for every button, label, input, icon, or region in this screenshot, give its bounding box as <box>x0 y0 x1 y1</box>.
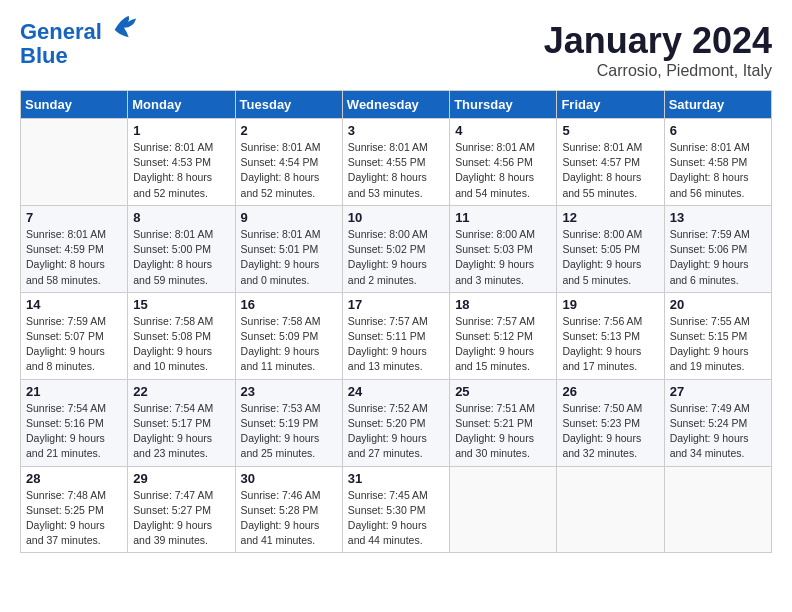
logo-line2: Blue <box>20 43 68 68</box>
day-info: Sunrise: 7:58 AM Sunset: 5:09 PM Dayligh… <box>241 314 337 375</box>
day-info: Sunrise: 7:56 AM Sunset: 5:13 PM Dayligh… <box>562 314 658 375</box>
day-info: Sunrise: 7:58 AM Sunset: 5:08 PM Dayligh… <box>133 314 229 375</box>
day-number: 16 <box>241 297 337 312</box>
day-header-wednesday: Wednesday <box>342 91 449 119</box>
day-header-friday: Friday <box>557 91 664 119</box>
day-info: Sunrise: 7:55 AM Sunset: 5:15 PM Dayligh… <box>670 314 766 375</box>
day-cell: 4Sunrise: 8:01 AM Sunset: 4:56 PM Daylig… <box>450 119 557 206</box>
day-cell: 14Sunrise: 7:59 AM Sunset: 5:07 PM Dayli… <box>21 292 128 379</box>
day-cell: 25Sunrise: 7:51 AM Sunset: 5:21 PM Dayli… <box>450 379 557 466</box>
day-info: Sunrise: 7:45 AM Sunset: 5:30 PM Dayligh… <box>348 488 444 549</box>
month-title: January 2024 <box>544 20 772 62</box>
day-info: Sunrise: 8:01 AM Sunset: 4:54 PM Dayligh… <box>241 140 337 201</box>
day-info: Sunrise: 8:00 AM Sunset: 5:02 PM Dayligh… <box>348 227 444 288</box>
day-info: Sunrise: 7:46 AM Sunset: 5:28 PM Dayligh… <box>241 488 337 549</box>
week-row-4: 21Sunrise: 7:54 AM Sunset: 5:16 PM Dayli… <box>21 379 772 466</box>
day-number: 6 <box>670 123 766 138</box>
logo-line1: General <box>20 19 102 44</box>
day-cell: 24Sunrise: 7:52 AM Sunset: 5:20 PM Dayli… <box>342 379 449 466</box>
day-cell: 27Sunrise: 7:49 AM Sunset: 5:24 PM Dayli… <box>664 379 771 466</box>
week-row-1: 1Sunrise: 8:01 AM Sunset: 4:53 PM Daylig… <box>21 119 772 206</box>
day-header-monday: Monday <box>128 91 235 119</box>
week-row-2: 7Sunrise: 8:01 AM Sunset: 4:59 PM Daylig… <box>21 205 772 292</box>
title-block: January 2024 Carrosio, Piedmont, Italy <box>544 20 772 80</box>
location-subtitle: Carrosio, Piedmont, Italy <box>544 62 772 80</box>
day-info: Sunrise: 8:01 AM Sunset: 4:57 PM Dayligh… <box>562 140 658 201</box>
calendar-table: SundayMondayTuesdayWednesdayThursdayFrid… <box>20 90 772 553</box>
day-number: 10 <box>348 210 444 225</box>
day-cell: 1Sunrise: 8:01 AM Sunset: 4:53 PM Daylig… <box>128 119 235 206</box>
day-number: 20 <box>670 297 766 312</box>
day-cell: 20Sunrise: 7:55 AM Sunset: 5:15 PM Dayli… <box>664 292 771 379</box>
day-number: 11 <box>455 210 551 225</box>
day-info: Sunrise: 8:00 AM Sunset: 5:05 PM Dayligh… <box>562 227 658 288</box>
day-info: Sunrise: 7:48 AM Sunset: 5:25 PM Dayligh… <box>26 488 122 549</box>
day-number: 30 <box>241 471 337 486</box>
day-cell: 12Sunrise: 8:00 AM Sunset: 5:05 PM Dayli… <box>557 205 664 292</box>
day-number: 19 <box>562 297 658 312</box>
day-header-saturday: Saturday <box>664 91 771 119</box>
day-cell: 26Sunrise: 7:50 AM Sunset: 5:23 PM Dayli… <box>557 379 664 466</box>
day-cell: 31Sunrise: 7:45 AM Sunset: 5:30 PM Dayli… <box>342 466 449 553</box>
day-cell <box>557 466 664 553</box>
week-row-3: 14Sunrise: 7:59 AM Sunset: 5:07 PM Dayli… <box>21 292 772 379</box>
day-cell: 18Sunrise: 7:57 AM Sunset: 5:12 PM Dayli… <box>450 292 557 379</box>
day-info: Sunrise: 8:01 AM Sunset: 5:00 PM Dayligh… <box>133 227 229 288</box>
day-info: Sunrise: 7:54 AM Sunset: 5:17 PM Dayligh… <box>133 401 229 462</box>
day-info: Sunrise: 7:52 AM Sunset: 5:20 PM Dayligh… <box>348 401 444 462</box>
day-number: 29 <box>133 471 229 486</box>
day-number: 13 <box>670 210 766 225</box>
day-number: 28 <box>26 471 122 486</box>
day-cell: 30Sunrise: 7:46 AM Sunset: 5:28 PM Dayli… <box>235 466 342 553</box>
day-cell <box>450 466 557 553</box>
day-number: 12 <box>562 210 658 225</box>
day-number: 2 <box>241 123 337 138</box>
day-number: 1 <box>133 123 229 138</box>
day-cell: 13Sunrise: 7:59 AM Sunset: 5:06 PM Dayli… <box>664 205 771 292</box>
day-info: Sunrise: 7:57 AM Sunset: 5:12 PM Dayligh… <box>455 314 551 375</box>
day-cell: 6Sunrise: 8:01 AM Sunset: 4:58 PM Daylig… <box>664 119 771 206</box>
day-info: Sunrise: 7:57 AM Sunset: 5:11 PM Dayligh… <box>348 314 444 375</box>
day-number: 24 <box>348 384 444 399</box>
day-number: 15 <box>133 297 229 312</box>
day-cell: 19Sunrise: 7:56 AM Sunset: 5:13 PM Dayli… <box>557 292 664 379</box>
day-number: 26 <box>562 384 658 399</box>
day-info: Sunrise: 7:50 AM Sunset: 5:23 PM Dayligh… <box>562 401 658 462</box>
day-info: Sunrise: 7:54 AM Sunset: 5:16 PM Dayligh… <box>26 401 122 462</box>
day-number: 3 <box>348 123 444 138</box>
day-info: Sunrise: 8:01 AM Sunset: 4:56 PM Dayligh… <box>455 140 551 201</box>
day-number: 21 <box>26 384 122 399</box>
day-number: 14 <box>26 297 122 312</box>
day-info: Sunrise: 7:51 AM Sunset: 5:21 PM Dayligh… <box>455 401 551 462</box>
day-info: Sunrise: 8:01 AM Sunset: 4:55 PM Dayligh… <box>348 140 444 201</box>
day-number: 18 <box>455 297 551 312</box>
day-number: 9 <box>241 210 337 225</box>
day-cell <box>21 119 128 206</box>
week-row-5: 28Sunrise: 7:48 AM Sunset: 5:25 PM Dayli… <box>21 466 772 553</box>
day-cell <box>664 466 771 553</box>
day-cell: 22Sunrise: 7:54 AM Sunset: 5:17 PM Dayli… <box>128 379 235 466</box>
day-cell: 17Sunrise: 7:57 AM Sunset: 5:11 PM Dayli… <box>342 292 449 379</box>
day-cell: 3Sunrise: 8:01 AM Sunset: 4:55 PM Daylig… <box>342 119 449 206</box>
day-cell: 21Sunrise: 7:54 AM Sunset: 5:16 PM Dayli… <box>21 379 128 466</box>
day-cell: 16Sunrise: 7:58 AM Sunset: 5:09 PM Dayli… <box>235 292 342 379</box>
day-number: 7 <box>26 210 122 225</box>
day-info: Sunrise: 7:59 AM Sunset: 5:07 PM Dayligh… <box>26 314 122 375</box>
day-cell: 2Sunrise: 8:01 AM Sunset: 4:54 PM Daylig… <box>235 119 342 206</box>
day-cell: 11Sunrise: 8:00 AM Sunset: 5:03 PM Dayli… <box>450 205 557 292</box>
day-info: Sunrise: 8:01 AM Sunset: 4:53 PM Dayligh… <box>133 140 229 201</box>
day-header-tuesday: Tuesday <box>235 91 342 119</box>
day-number: 27 <box>670 384 766 399</box>
day-info: Sunrise: 7:49 AM Sunset: 5:24 PM Dayligh… <box>670 401 766 462</box>
day-number: 8 <box>133 210 229 225</box>
day-info: Sunrise: 8:01 AM Sunset: 5:01 PM Dayligh… <box>241 227 337 288</box>
day-info: Sunrise: 7:53 AM Sunset: 5:19 PM Dayligh… <box>241 401 337 462</box>
day-cell: 23Sunrise: 7:53 AM Sunset: 5:19 PM Dayli… <box>235 379 342 466</box>
day-header-sunday: Sunday <box>21 91 128 119</box>
day-info: Sunrise: 8:01 AM Sunset: 4:58 PM Dayligh… <box>670 140 766 201</box>
day-number: 4 <box>455 123 551 138</box>
day-cell: 15Sunrise: 7:58 AM Sunset: 5:08 PM Dayli… <box>128 292 235 379</box>
logo: General Blue <box>20 20 138 68</box>
day-cell: 29Sunrise: 7:47 AM Sunset: 5:27 PM Dayli… <box>128 466 235 553</box>
day-info: Sunrise: 8:01 AM Sunset: 4:59 PM Dayligh… <box>26 227 122 288</box>
